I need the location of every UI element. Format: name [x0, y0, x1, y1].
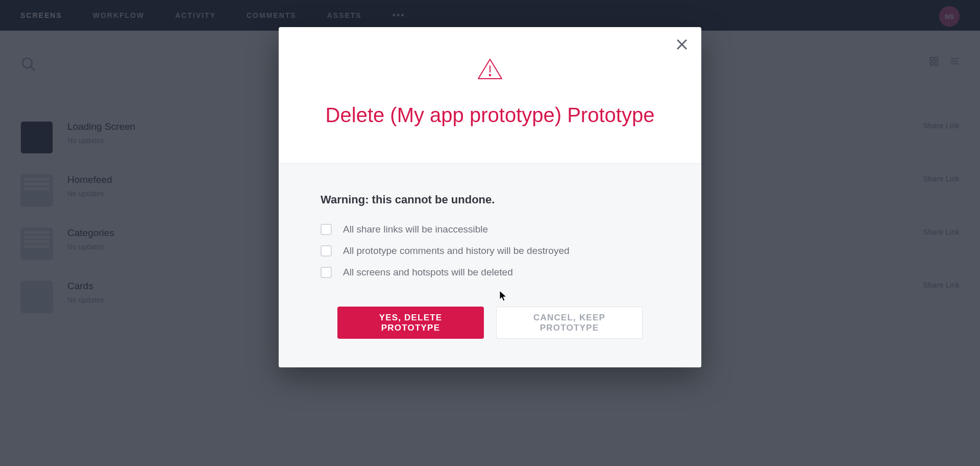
delete-modal: Delete (My app prototype) Prototype Warn… — [279, 27, 701, 367]
modal-body: Warning: this cannot be undone. All shar… — [279, 163, 701, 367]
cancel-button[interactable]: CANCEL, KEEP PROTOTYPE — [496, 307, 643, 339]
close-icon[interactable] — [675, 37, 689, 52]
confirm-checkbox-3[interactable] — [321, 267, 332, 278]
confirm-label: All prototype comments and history will … — [343, 245, 570, 257]
confirm-delete-button[interactable]: YES, DELETE PROTOTYPE — [337, 307, 484, 339]
confirm-check-row: All prototype comments and history will … — [321, 245, 659, 257]
warning-heading: Warning: this cannot be undone. — [321, 193, 659, 206]
modal-title: Delete (My app prototype) Prototype — [299, 102, 681, 128]
confirm-checkbox-2[interactable] — [321, 245, 332, 257]
modal-actions: YES, DELETE PROTOTYPE CANCEL, KEEP PROTO… — [321, 307, 659, 339]
warning-triangle-icon — [477, 58, 503, 80]
confirm-check-row: All share links will be inaccessible — [321, 224, 659, 235]
svg-point-12 — [489, 75, 491, 76]
confirm-checkbox-1[interactable] — [321, 224, 332, 235]
modal-header: Delete (My app prototype) Prototype — [279, 27, 701, 163]
confirm-check-row: All screens and hotspots will be deleted — [321, 267, 659, 278]
confirm-label: All share links will be inaccessible — [343, 224, 488, 235]
confirm-label: All screens and hotspots will be deleted — [343, 267, 513, 278]
